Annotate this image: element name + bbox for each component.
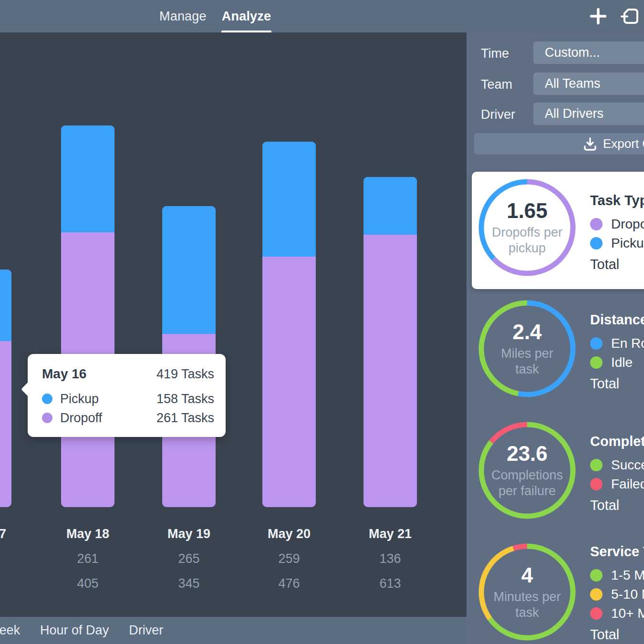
legend-row: 10+ Mins: [590, 604, 644, 623]
team-filter-label: Team: [481, 77, 512, 92]
legend-row: Pickup: [590, 234, 644, 253]
driver-filter-dropdown[interactable]: All Drivers: [533, 103, 644, 125]
axis-row2: 345: [151, 576, 227, 591]
legend-total: Total: [590, 498, 644, 513]
plus-icon[interactable]: [590, 8, 607, 25]
legend-row: Dropoff: [590, 215, 644, 234]
legend-dot-icon: [590, 478, 602, 490]
top-bar: Manage Analyze: [0, 0, 644, 32]
legend-row: Failed: [590, 475, 644, 494]
legend-label: Pickup: [611, 236, 644, 251]
legend-label: Failed: [611, 477, 644, 492]
legend-label: En Route: [611, 336, 644, 351]
download-icon: [583, 137, 597, 153]
completions-donut: 23.6 Completions per failure: [477, 420, 577, 520]
legend-dot-icon: [590, 459, 602, 471]
tab-day-of-week[interactable]: Day of Week: [0, 617, 20, 644]
legend-row: 5-10 Mins: [590, 585, 644, 604]
legend-dot-icon: [590, 337, 602, 350]
service-time-legend: Service Time 1-5 Mins5-10 Mins10+ Mins T…: [590, 534, 644, 643]
service-time-donut: 4 Minutes per task: [477, 542, 577, 642]
legend-label: Idle: [611, 355, 633, 370]
legend-dot-icon: [590, 237, 602, 249]
completions-legend: Completions SucceededFailed Total: [590, 413, 644, 513]
legend-dot-icon: [590, 588, 602, 601]
legend-row: Idle: [590, 353, 644, 372]
card-distance[interactable]: 2.4 Miles per task Distance En RouteIdle…: [467, 291, 644, 413]
chart-tooltip: May 16 419 Tasks Pickup 158 Tasks Dropof…: [28, 354, 226, 437]
distance-donut: 2.4 Miles per task: [477, 299, 577, 399]
legend-label: 1-5 Mins: [611, 568, 644, 583]
legend-label: 10+ Mins: [611, 606, 644, 621]
legend-title: Service Time: [590, 544, 644, 560]
analytics-sidebar: Time Custom... Team All Teams Driver All…: [467, 32, 644, 644]
import-device-icon[interactable]: [620, 6, 640, 26]
axis-date: May 18: [50, 527, 126, 541]
bar-may-17[interactable]: [0, 270, 11, 507]
card-completions[interactable]: 23.6 Completions per failure Completions…: [467, 413, 644, 534]
chart-type-bar: Day of Week Hour of Day Driver: [0, 617, 467, 644]
legend-label: 5-10 Mins: [611, 587, 644, 602]
legend-title: Distance: [590, 312, 644, 328]
time-filter-dropdown[interactable]: Custom...: [533, 42, 644, 64]
axis-row2: 476: [251, 576, 327, 591]
export-label: Export CSV: [603, 133, 644, 155]
tooltip-row-pickup: Pickup 158 Tasks: [42, 389, 214, 408]
top-nav: Manage Analyze: [159, 0, 271, 32]
driver-filter-label: Driver: [481, 107, 515, 122]
card-service-time[interactable]: 4 Minutes per task Service Time 1-5 Mins…: [467, 534, 644, 644]
legend-label: Succeeded: [611, 457, 644, 473]
legend-dot-icon: [590, 569, 602, 582]
pickup-dot-icon: [42, 394, 52, 404]
legend-total: Total: [590, 627, 644, 643]
tooltip-date: May 16: [42, 366, 86, 382]
export-csv-button[interactable]: Export CSV: [474, 133, 644, 155]
axis-row1: 136: [352, 551, 428, 566]
legend-row: Succeeded: [590, 456, 644, 475]
team-filter-dropdown[interactable]: All Teams: [533, 73, 644, 95]
legend-total: Total: [590, 257, 644, 272]
tooltip-arrow: [21, 381, 37, 397]
bar-may-21[interactable]: [364, 177, 417, 507]
legend-label: Dropoff: [611, 217, 644, 232]
axis-date: May 17: [0, 527, 23, 541]
tooltip-total: 419 Tasks: [156, 367, 214, 382]
legend-dot-icon: [590, 607, 602, 620]
legend-title: Completions: [590, 434, 644, 450]
bar-chart: May 16 419 Tasks Pickup 158 Tasks Dropof…: [0, 32, 467, 617]
axis-row2: 613: [352, 576, 428, 591]
axis-row1: 259: [251, 551, 327, 566]
dropoff-dot-icon: [42, 413, 52, 423]
legend-title: Task Types: [590, 193, 644, 209]
axis-date: May 21: [352, 527, 428, 541]
legend-row: 1-5 Mins: [590, 566, 644, 585]
task-types-donut: 1.65 Dropoffs per pickup: [477, 177, 577, 278]
bar-may-20[interactable]: [262, 142, 316, 507]
distance-legend: Distance En RouteIdle Total: [590, 291, 644, 392]
axis-date: May 19: [151, 527, 227, 541]
legend-dot-icon: [590, 218, 602, 230]
legend-total: Total: [590, 376, 644, 392]
card-task-types[interactable]: 1.65 Dropoffs per pickup Task Types Drop…: [472, 172, 644, 289]
axis-row1: 261: [50, 551, 126, 566]
tab-driver[interactable]: Driver: [129, 617, 163, 644]
axis-row2: 405: [50, 576, 126, 591]
task-types-legend: Task Types DropoffPickup Total: [590, 172, 644, 272]
axis-date: May 20: [251, 527, 327, 541]
legend-row: En Route: [590, 334, 644, 353]
tab-hour-of-day[interactable]: Hour of Day: [40, 617, 109, 644]
time-filter-label: Time: [481, 46, 509, 61]
tooltip-row-dropoff: Dropoff 261 Tasks: [42, 408, 214, 427]
tab-analyze[interactable]: Analyze: [221, 0, 271, 32]
tab-manage[interactable]: Manage: [159, 0, 207, 32]
legend-dot-icon: [590, 356, 602, 369]
axis-row1: 265: [151, 551, 227, 566]
bar-may-18[interactable]: [61, 125, 114, 507]
